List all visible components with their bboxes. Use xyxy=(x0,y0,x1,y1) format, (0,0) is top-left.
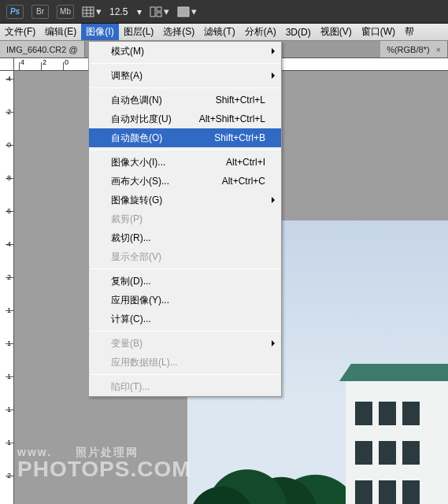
app-logo: Ps xyxy=(6,5,24,19)
menubar-item[interactable]: 分析(A) xyxy=(240,24,281,40)
menu-item-shortcut: Shift+Ctrl+L xyxy=(216,94,265,106)
menu-item-shortcut: Alt+Ctrl+C xyxy=(222,176,265,187)
menu-separator xyxy=(91,374,280,375)
menu-item[interactable]: 图像旋转(G) xyxy=(89,191,281,209)
menu-item-label: 应用图像(Y)... xyxy=(111,294,265,307)
zoom-level[interactable]: 12.5 ▾ xyxy=(109,6,142,17)
menu-item-label: 计算(C)... xyxy=(111,313,265,326)
menu-item-label: 图像旋转(G) xyxy=(111,194,265,207)
menu-item[interactable]: 应用图像(Y)... xyxy=(89,291,281,309)
menu-item-label: 陷印(T)... xyxy=(111,380,265,394)
menu-item[interactable]: 调整(A) xyxy=(89,66,281,85)
svg-rect-7 xyxy=(157,13,161,17)
svg-rect-8 xyxy=(178,7,189,17)
menu-item[interactable]: 计算(C)... xyxy=(89,309,281,328)
menu-item: 裁剪(P) xyxy=(89,209,281,228)
submenu-arrow-icon xyxy=(272,340,275,346)
menu-item[interactable]: 自动对比度(U)Alt+Shift+Ctrl+L xyxy=(89,109,281,128)
menu-item-label: 模式(M) xyxy=(111,45,265,58)
menubar-item[interactable]: 图像(I) xyxy=(81,24,118,40)
menu-item[interactable]: 复制(D)... xyxy=(89,272,281,291)
menu-item-label: 变量(B) xyxy=(111,337,265,350)
menu-item-label: 应用数据组(L)... xyxy=(111,356,265,369)
screen-mode-button[interactable]: ▾ xyxy=(177,6,197,17)
view-extras-button[interactable]: ▾ xyxy=(82,6,102,17)
svg-rect-6 xyxy=(157,7,161,11)
menu-item[interactable]: 自动颜色(O)Shift+Ctrl+B xyxy=(89,128,281,147)
menu-item: 变量(B) xyxy=(89,334,281,353)
menubar-item[interactable]: 编辑(E) xyxy=(40,24,81,40)
menu-item[interactable]: 模式(M) xyxy=(89,42,281,61)
submenu-arrow-icon xyxy=(272,72,275,79)
menu-item[interactable]: 自动色调(N)Shift+Ctrl+L xyxy=(89,91,281,109)
svg-rect-0 xyxy=(83,7,94,17)
menubar-item[interactable]: 滤镜(T) xyxy=(199,24,239,40)
menu-separator xyxy=(91,63,280,64)
svg-rect-5 xyxy=(150,7,155,17)
menu-item-shortcut: Alt+Shift+Ctrl+L xyxy=(199,113,265,124)
menu-bar: 文件(F)编辑(E)图像(I)图层(L)选择(S)滤镜(T)分析(A)3D(D)… xyxy=(0,24,448,41)
image-menu-dropdown: 模式(M)调整(A)自动色调(N)Shift+Ctrl+L自动对比度(U)Alt… xyxy=(88,41,282,397)
menu-separator xyxy=(91,331,280,332)
menu-item[interactable]: 图像大小(I)...Alt+Ctrl+I xyxy=(89,153,281,172)
menu-item[interactable]: 画布大小(S)...Alt+Ctrl+C xyxy=(89,172,281,191)
document-tab[interactable]: IMG_6640.CR2 @ xyxy=(0,41,85,57)
app-toolbar: Ps Br Mb ▾ 12.5 ▾ ▾ ▾ xyxy=(0,0,448,24)
menu-separator xyxy=(91,269,280,269)
menu-item-label: 裁切(R)... xyxy=(111,232,265,245)
bridge-button[interactable]: Br xyxy=(31,5,49,19)
menu-separator xyxy=(91,150,280,150)
menubar-item[interactable]: 3D(D) xyxy=(281,24,316,40)
menu-item[interactable]: 裁切(R)... xyxy=(89,228,281,247)
menubar-item[interactable]: 图层(L) xyxy=(119,24,159,40)
submenu-arrow-icon xyxy=(272,48,275,54)
menu-item-label: 显示全部(V) xyxy=(111,250,265,264)
menubar-item[interactable]: 窗口(W) xyxy=(357,24,400,40)
menu-item-shortcut: Shift+Ctrl+B xyxy=(214,132,265,143)
menu-item-label: 调整(A) xyxy=(111,69,265,83)
vertical-ruler: 4208642111112 xyxy=(0,71,14,504)
menubar-item[interactable]: 视图(V) xyxy=(316,24,357,40)
close-icon[interactable]: × xyxy=(436,45,441,54)
ruler-corner xyxy=(0,58,14,71)
menu-item-label: 自动对比度(U) xyxy=(111,113,199,126)
document-tab-label: IMG_6640.CR2 @ xyxy=(6,45,78,54)
menu-item-label: 画布大小(S)... xyxy=(111,175,222,188)
watermark: www.照片处理网 PHOTOPS.COM xyxy=(17,447,191,480)
menubar-item[interactable]: 选择(S) xyxy=(158,24,199,40)
menu-item-label: 复制(D)... xyxy=(111,275,265,288)
menubar-item[interactable]: 帮 xyxy=(400,24,419,40)
arrange-docs-button[interactable]: ▾ xyxy=(150,6,169,17)
document-tab-info: %(RGB/8*) × xyxy=(380,41,448,57)
mini-bridge-button[interactable]: Mb xyxy=(57,5,74,19)
menu-item-shortcut: Alt+Ctrl+I xyxy=(226,157,265,168)
menu-item: 应用数据组(L)... xyxy=(89,353,281,372)
menu-item: 陷印(T)... xyxy=(89,377,281,396)
menu-item-label: 图像大小(I)... xyxy=(111,156,226,169)
menubar-item[interactable]: 文件(F) xyxy=(0,24,40,40)
menu-item-label: 自动颜色(O) xyxy=(111,132,214,145)
menu-item: 显示全部(V) xyxy=(89,247,281,266)
submenu-arrow-icon xyxy=(272,197,275,203)
menu-item-label: 裁剪(P) xyxy=(111,213,265,226)
menu-separator xyxy=(91,87,280,88)
menu-item-label: 自动色调(N) xyxy=(111,94,216,107)
